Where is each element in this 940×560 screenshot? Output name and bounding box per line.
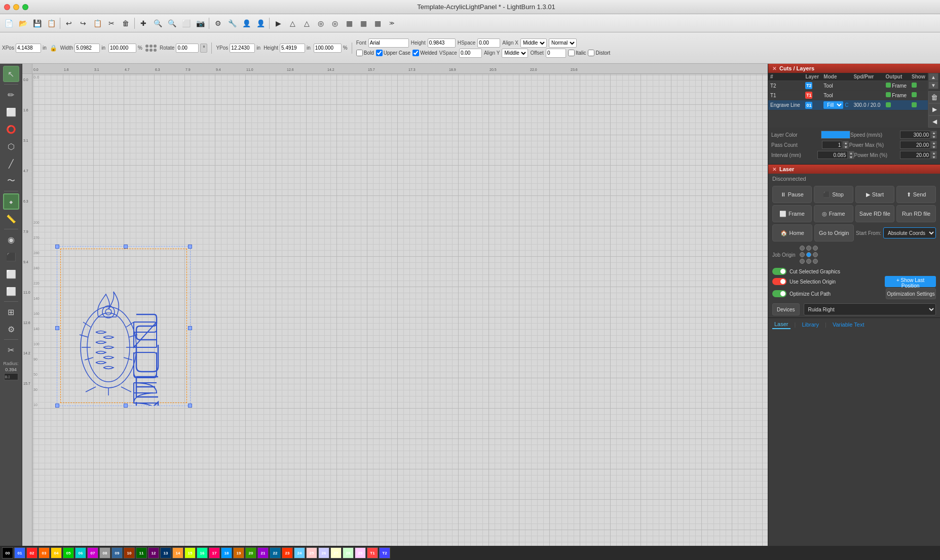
swatch-04[interactable]: 04 xyxy=(51,547,62,558)
ypos-input[interactable] xyxy=(230,44,255,53)
percent2-input[interactable] xyxy=(314,44,342,53)
pass-down-btn[interactable]: ▼ xyxy=(843,145,849,149)
swatch-14[interactable]: 14 xyxy=(172,547,183,558)
select-tool[interactable]: ↖ xyxy=(3,66,19,82)
swatch-28[interactable]: 28 xyxy=(343,547,354,558)
canvas-area[interactable]: 0.0 1.6 3.1 4.7 6.3 7.9 9.4 11.0 12.6 14… xyxy=(22,64,768,546)
pass-up-btn[interactable]: ▲ xyxy=(843,141,849,145)
handle-tl[interactable] xyxy=(55,245,59,249)
swatch-07[interactable]: 07 xyxy=(87,547,98,558)
cut-button[interactable]: ✂ xyxy=(105,17,118,30)
swatch-16[interactable]: 16 xyxy=(197,547,208,558)
alignx-select[interactable]: Middle xyxy=(520,38,547,48)
stop-button[interactable]: ⬛ Stop xyxy=(814,186,853,203)
open-button[interactable]: 📂 xyxy=(16,17,29,30)
height-input[interactable] xyxy=(280,44,305,53)
power-min-up-btn[interactable]: ▲ xyxy=(931,151,937,155)
grid1-button[interactable]: ▦ xyxy=(343,17,356,30)
power-min-input[interactable] xyxy=(900,151,930,159)
minimize-button[interactable] xyxy=(13,4,19,10)
height2-input[interactable] xyxy=(428,38,456,48)
scroll-up-btn[interactable]: ▲ xyxy=(928,73,938,81)
hspace-input[interactable] xyxy=(477,38,500,48)
show-last-button[interactable]: + Show Last Position xyxy=(885,276,936,287)
offset-input[interactable] xyxy=(546,49,566,58)
swatch-T2[interactable]: T2 xyxy=(379,547,390,558)
library-tab[interactable]: Library xyxy=(800,321,821,329)
camera-button[interactable]: 📷 xyxy=(194,17,207,30)
swatch-00[interactable]: 00 xyxy=(2,547,13,558)
swatch-18[interactable]: 18 xyxy=(221,547,232,558)
zoom-in-button[interactable]: 🔍 xyxy=(151,17,164,30)
circle-tool[interactable]: ⭕ xyxy=(3,121,19,137)
cut-tool[interactable]: ✂ xyxy=(3,342,19,358)
xpos-input[interactable] xyxy=(16,44,41,53)
goto-origin-button[interactable]: Go to Origin xyxy=(814,224,854,242)
power-max-input[interactable] xyxy=(900,141,930,149)
array-tool[interactable]: ⚙ xyxy=(3,321,19,337)
swatch-12[interactable]: 12 xyxy=(148,547,159,558)
bold-checkbox[interactable]: Bold xyxy=(356,50,374,56)
start-from-select[interactable]: Absolute Coords xyxy=(883,227,936,238)
swatch-03[interactable]: 03 xyxy=(39,547,50,558)
copy-button[interactable]: 📋 xyxy=(91,17,104,30)
aligny-select[interactable]: Middle xyxy=(502,49,528,58)
normal-select[interactable]: Normal xyxy=(549,38,577,48)
font-input[interactable] xyxy=(368,38,409,48)
mode-select[interactable]: Fill xyxy=(823,101,843,109)
new-file-button[interactable]: 📄 xyxy=(2,17,15,30)
origin-dot-tr[interactable] xyxy=(813,246,818,251)
align-button[interactable]: ◎ xyxy=(314,17,327,30)
user2-button[interactable]: 👤 xyxy=(254,17,267,30)
laser-tab[interactable]: Laser xyxy=(772,320,791,329)
swatch-05[interactable]: 05 xyxy=(63,547,74,558)
polygon-tool[interactable]: ⬡ xyxy=(3,138,19,154)
align-left-tool[interactable]: ⬜ xyxy=(3,283,19,299)
power-max-up-btn[interactable]: ▲ xyxy=(931,141,937,145)
home-button[interactable]: 🏠 Home xyxy=(772,224,812,242)
swatch-17[interactable]: 17 xyxy=(209,547,220,558)
group-tool[interactable]: ⬛ xyxy=(3,249,19,265)
handle-ml[interactable] xyxy=(55,326,59,330)
frame2-button[interactable]: △ xyxy=(300,17,313,30)
swatch-01[interactable]: 01 xyxy=(14,547,25,558)
swatch-T1[interactable]: T1 xyxy=(367,547,378,558)
origin-dot-bm[interactable] xyxy=(806,259,811,264)
zoom-fit-button[interactable]: ⬜ xyxy=(179,17,193,30)
frame1-button[interactable]: ⬜ Frame xyxy=(772,205,812,222)
swatch-19[interactable]: 19 xyxy=(233,547,244,558)
use-selection-toggle[interactable] xyxy=(772,278,786,285)
boolean-tool[interactable]: ◉ xyxy=(3,231,19,248)
save-as-button[interactable]: 📋 xyxy=(45,17,58,30)
power-max-down-btn[interactable]: ▼ xyxy=(931,145,937,149)
delete-layer-btn[interactable]: 🗑 xyxy=(928,91,940,103)
scroll-down-btn[interactable]: ▼ xyxy=(928,81,938,89)
pause-button[interactable]: ⏸ Pause xyxy=(772,186,812,203)
save-rd-button[interactable]: Save RD file xyxy=(855,205,895,222)
swatch-26[interactable]: 26 xyxy=(318,547,329,558)
grid3-button[interactable]: ▦ xyxy=(371,17,384,30)
origin-dot-mr[interactable] xyxy=(813,252,818,257)
swatch-15[interactable]: 15 xyxy=(184,547,196,558)
welded-checkbox[interactable]: Welded xyxy=(412,50,437,56)
origin-dot-tl[interactable] xyxy=(800,246,805,251)
swatch-23[interactable]: 23 xyxy=(282,547,293,558)
swatch-09[interactable]: 09 xyxy=(111,547,123,558)
origin-dot-tm[interactable] xyxy=(806,246,811,251)
swatch-27[interactable]: 27 xyxy=(330,547,342,558)
collapse-btn[interactable]: ◀ xyxy=(928,115,940,128)
distort-checkbox[interactable]: Distort xyxy=(588,50,610,56)
move-button[interactable]: ✚ xyxy=(137,17,150,30)
speed-up-btn[interactable]: ▲ xyxy=(931,131,937,135)
interval-up-btn[interactable]: ▲ xyxy=(848,151,854,155)
speed-input[interactable] xyxy=(900,131,930,139)
vspace-input[interactable] xyxy=(459,49,482,58)
bezier-tool[interactable]: 〜 xyxy=(3,173,19,189)
undo-button[interactable]: ↩ xyxy=(62,17,76,30)
user1-button[interactable]: 👤 xyxy=(240,17,253,30)
measure-tool[interactable]: 📏 xyxy=(3,211,19,227)
table-row[interactable]: Engrave Line 01 Fill C 300.0 / 20.0 xyxy=(768,100,928,110)
origin-dot-br[interactable] xyxy=(813,259,818,264)
rect-tool[interactable]: ⬜ xyxy=(3,104,19,120)
optimization-settings-button[interactable]: Optimization Settings xyxy=(886,288,936,299)
